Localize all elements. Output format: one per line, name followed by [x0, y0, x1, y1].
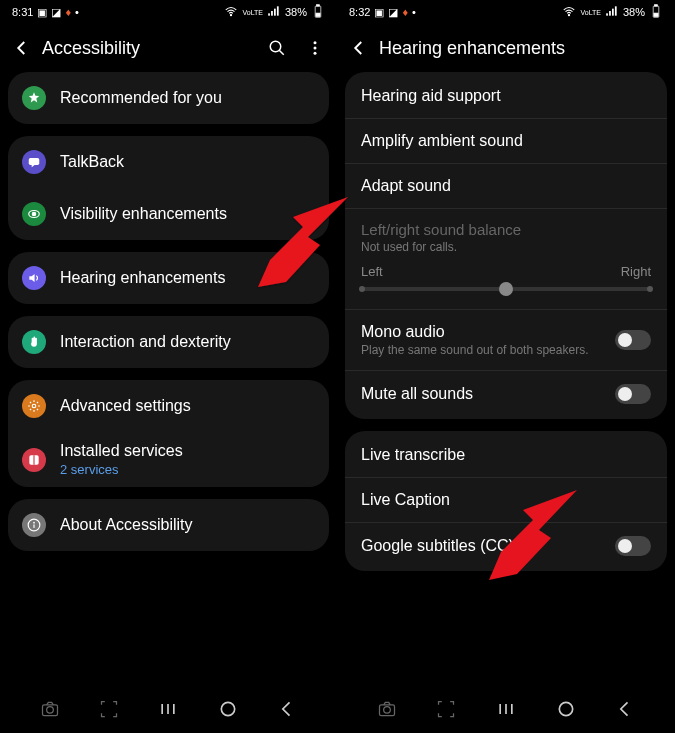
row-label: Google subtitles (CC) [361, 537, 615, 555]
gear-icon [22, 394, 46, 418]
slider-max-dot [647, 286, 653, 292]
chat-icon [22, 150, 46, 174]
row-label: Hearing aid support [361, 87, 651, 105]
recent-apps-button[interactable] [494, 697, 518, 721]
row-google-subtitles[interactable]: Google subtitles (CC) [345, 523, 667, 569]
status-icon-signal [267, 4, 281, 20]
row-sound-balance[interactable]: Left/right sound balance Not used for ca… [345, 209, 667, 310]
row-hearing-aid-support[interactable]: Hearing aid support [345, 74, 667, 119]
status-icon-signal [605, 4, 619, 20]
status-time: 8:32 [349, 6, 370, 18]
back-nav-button[interactable] [275, 697, 299, 721]
status-icon-wifi [562, 4, 576, 20]
row-live-caption[interactable]: Live Caption [345, 478, 667, 523]
row-mute-all-sounds[interactable]: Mute all sounds [345, 371, 667, 417]
row-label: Visibility enhancements [60, 205, 315, 223]
back-nav-button[interactable] [613, 697, 637, 721]
balance-slider[interactable] [361, 287, 651, 291]
svg-rect-31 [615, 6, 617, 15]
svg-rect-33 [655, 5, 658, 6]
row-adapt-sound[interactable]: Adapt sound [345, 164, 667, 209]
hearing-settings-list: Hearing aid support Amplify ambient soun… [337, 72, 675, 685]
hand-icon [22, 330, 46, 354]
svg-point-36 [383, 707, 390, 714]
search-icon[interactable] [267, 38, 287, 58]
slider-min-dot [359, 286, 365, 292]
back-button[interactable] [12, 38, 32, 58]
row-label: TalkBack [60, 153, 315, 171]
status-icon-app: ◪ [51, 6, 61, 19]
page-title: Accessibility [42, 38, 267, 59]
row-label: Live transcribe [361, 446, 651, 464]
camera-icon[interactable] [375, 697, 399, 721]
status-icon-flame: ♦ [402, 6, 408, 18]
settings-group: Interaction and dexterity [8, 316, 329, 368]
svg-rect-6 [317, 5, 320, 6]
toggle-mono-audio[interactable] [615, 330, 651, 350]
status-icon-gallery: ▣ [374, 6, 384, 19]
hearing-card-captions: Live transcribe Live Caption Google subt… [345, 431, 667, 571]
status-bar: 8:32 ▣ ◪ ♦ • VoLTE 38% [337, 0, 675, 24]
svg-point-11 [314, 47, 317, 50]
balance-title: Left/right sound balance [361, 221, 651, 238]
status-icon-app: ◪ [388, 6, 398, 19]
home-button[interactable] [554, 697, 578, 721]
row-advanced-settings[interactable]: Advanced settings [8, 380, 329, 432]
row-label: About Accessibility [60, 516, 315, 534]
more-icon[interactable] [305, 38, 325, 58]
svg-rect-3 [274, 9, 276, 16]
svg-point-8 [270, 41, 281, 52]
system-nav-bar [337, 685, 675, 733]
qr-icon[interactable] [434, 697, 458, 721]
row-label: Live Caption [361, 491, 651, 509]
row-interaction-and-dexterity[interactable]: Interaction and dexterity [8, 316, 329, 368]
svg-rect-2 [271, 11, 273, 16]
row-installed-services[interactable]: Installed services2 services [8, 432, 329, 487]
row-mono-audio[interactable]: Mono audio Play the same sound out of bo… [345, 310, 667, 371]
svg-point-19 [33, 522, 35, 524]
svg-rect-39 [511, 704, 513, 714]
recent-apps-button[interactable] [156, 697, 180, 721]
row-talkback[interactable]: TalkBack [8, 136, 329, 188]
status-icon-battery [649, 4, 663, 20]
home-button[interactable] [216, 697, 240, 721]
balance-left-label: Left [361, 264, 383, 279]
row-live-transcribe[interactable]: Live transcribe [345, 433, 667, 478]
row-about-accessibility[interactable]: About Accessibility [8, 499, 329, 551]
row-label: Mute all sounds [361, 385, 615, 403]
row-label: Mono audio [361, 323, 615, 341]
back-button[interactable] [349, 38, 369, 58]
svg-point-0 [231, 15, 232, 16]
svg-rect-37 [499, 704, 501, 714]
title-bar: Accessibility [0, 24, 337, 72]
settings-group: Advanced settingsInstalled services2 ser… [8, 380, 329, 487]
status-bar: 8:31 ▣ ◪ ♦ • VoLTE 38% [0, 0, 337, 24]
svg-point-26 [221, 702, 234, 715]
row-label: Interaction and dexterity [60, 333, 315, 351]
slider-thumb[interactable] [499, 282, 513, 296]
balance-right-label: Right [621, 264, 651, 279]
qr-icon[interactable] [97, 697, 121, 721]
page-title: Hearing enhancements [379, 38, 663, 59]
settings-list: Recommended for youTalkBackVisibility en… [0, 72, 337, 685]
info-icon [22, 513, 46, 537]
status-lte-label: VoLTE [242, 9, 263, 16]
toggle-google-subtitles[interactable] [615, 536, 651, 556]
svg-point-27 [569, 15, 570, 16]
row-label: Adapt sound [361, 177, 651, 195]
svg-rect-28 [606, 13, 608, 15]
svg-line-9 [279, 50, 284, 55]
camera-icon[interactable] [38, 697, 62, 721]
svg-rect-4 [277, 6, 279, 15]
svg-rect-30 [612, 9, 614, 16]
svg-rect-38 [505, 704, 507, 714]
row-visibility-enhancements[interactable]: Visibility enhancements [8, 188, 329, 240]
row-amplify-ambient[interactable]: Amplify ambient sound [345, 119, 667, 164]
svg-rect-25 [173, 704, 175, 714]
toggle-mute-all[interactable] [615, 384, 651, 404]
row-recommended-for-you[interactable]: Recommended for you [8, 72, 329, 124]
settings-group: About Accessibility [8, 499, 329, 551]
row-hearing-enhancements[interactable]: Hearing enhancements [8, 252, 329, 304]
status-battery-pct: 38% [285, 6, 307, 18]
status-battery-pct: 38% [623, 6, 645, 18]
